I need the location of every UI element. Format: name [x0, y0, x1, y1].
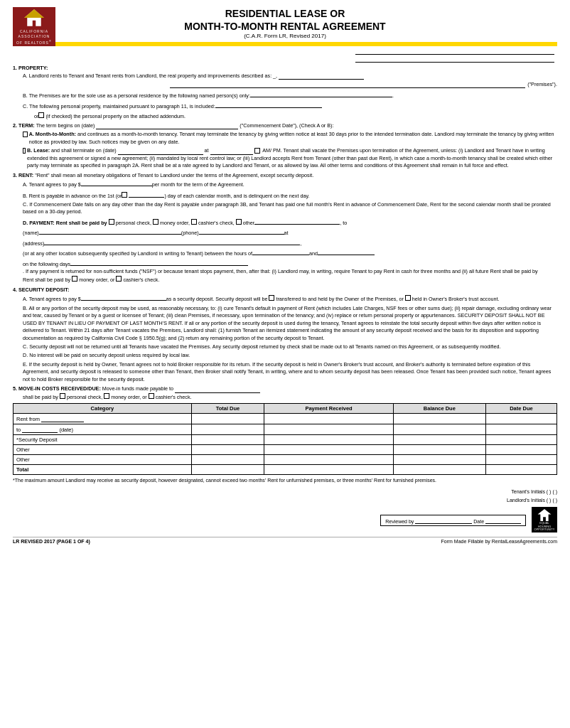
section-4c: C. Security deposit will not be returned… — [23, 343, 557, 350]
payee-phone-field[interactable] — [199, 228, 284, 235]
cell-payment-2[interactable] — [264, 424, 393, 435]
cell-total-6[interactable] — [191, 465, 264, 475]
landlords-initials: Landlord's Initials ( ) ( ) — [380, 497, 557, 504]
table-row: Rent from — [14, 414, 557, 424]
cell-date-2[interactable] — [485, 424, 556, 435]
cell-date-3[interactable] — [485, 435, 556, 445]
move-in-payable-field[interactable] — [175, 386, 260, 393]
document-title-line1: RESIDENTIAL LEASE OR — [13, 7, 557, 20]
landlord-field[interactable] — [355, 48, 554, 55]
hours-to-field[interactable] — [318, 248, 375, 255]
cell-balance-6[interactable] — [393, 465, 485, 475]
section-5-title-line: 5. MOVE-IN COSTS RECEIVED/DUE: Move-in f… — [13, 385, 557, 392]
cell-total-1[interactable] — [191, 414, 264, 424]
col-payment-received: Payment Received — [264, 404, 393, 414]
am-checkbox[interactable] — [254, 148, 260, 154]
title-area: RESIDENTIAL LEASE OR MONTH-TO-MONTH RENT… — [13, 7, 557, 39]
section-4-security-deposit: 4. SECURITY DEPOSIT: A. Tenant agrees to… — [13, 287, 557, 383]
cell-other-2: Other — [14, 455, 192, 465]
tenants-initials: Tenant's Initials ( ) ( ) — [380, 488, 557, 496]
rent-from-field[interactable] — [41, 415, 84, 422]
rent-to-field[interactable] — [22, 426, 58, 433]
personal-property-field[interactable] — [215, 101, 322, 108]
table-row: Other — [14, 445, 557, 455]
cell-total-4[interactable] — [191, 445, 264, 455]
rent-day-field[interactable] — [129, 191, 164, 198]
cell-date-4[interactable] — [485, 445, 556, 455]
personal-check-checkbox[interactable] — [109, 219, 114, 225]
footer-right: Tenant's Initials ( ) ( ) Landlord's Ini… — [380, 488, 557, 532]
cell-payment-1[interactable] — [264, 414, 393, 424]
premises-field-2[interactable] — [170, 81, 525, 88]
tenant-field[interactable] — [355, 55, 554, 63]
rent-amount-field[interactable] — [81, 179, 152, 186]
premises-field-1[interactable] — [279, 73, 364, 80]
lease-checkbox[interactable] — [23, 148, 26, 154]
section-3d: D. PAYMENT: Rent shall be paid by person… — [23, 218, 557, 284]
svg-marker-1 — [24, 9, 44, 18]
move-in-personal-check-checkbox[interactable] — [60, 393, 65, 399]
other-checkbox-3d[interactable] — [236, 219, 242, 225]
money-order-checkbox-nsf[interactable] — [72, 276, 77, 282]
transferred-checkbox[interactable] — [269, 295, 274, 301]
cell-total-3[interactable] — [191, 435, 264, 445]
security-deposit-amount-field[interactable] — [81, 294, 166, 301]
section-5-paid-line: shall be paid by personal check, money o… — [23, 393, 557, 401]
cashier-check-checkbox-3d[interactable] — [191, 219, 197, 225]
table-row: Other — [14, 455, 557, 465]
section-4e: E. If the security deposit is held by Ow… — [23, 361, 557, 383]
commencement-date-field[interactable] — [96, 122, 238, 129]
col-category: Category — [14, 404, 192, 414]
cell-payment-3[interactable] — [264, 435, 393, 445]
money-order-checkbox-3d[interactable] — [153, 219, 158, 225]
rent-day-checkbox[interactable] — [122, 192, 127, 198]
persons-field[interactable] — [250, 90, 392, 97]
cell-payment-5[interactable] — [264, 455, 393, 465]
addendum-checkbox[interactable] — [38, 112, 44, 118]
section-1a: A. Landlord rents to Tenant and Tenant r… — [23, 73, 557, 80]
cell-total-2[interactable] — [191, 424, 264, 435]
cell-balance-3[interactable] — [393, 435, 485, 445]
move-in-money-order-checkbox[interactable] — [104, 393, 109, 399]
reviewer-field[interactable] — [415, 517, 472, 524]
equal-housing-logo: EQUAL HOUSINGOPPORTUNITY — [532, 507, 557, 532]
premises-label: ("Premises"). — [527, 81, 557, 88]
section-3-rent: 3. RENT: "Rent" shall mean all monetary … — [13, 172, 557, 284]
cell-balance-2[interactable] — [393, 424, 485, 435]
cell-other-1: Other — [14, 445, 192, 455]
section-1-title: 1. PROPERTY: — [13, 65, 557, 72]
document-title-line3: (C.A.R. Form LR, Revised 2017) — [13, 33, 557, 39]
cashier-check-checkbox-nsf[interactable] — [116, 276, 122, 282]
cell-date-1[interactable] — [485, 414, 556, 424]
cell-balance-1[interactable] — [393, 414, 485, 424]
cell-date-5[interactable] — [485, 455, 556, 465]
month-to-month-checkbox[interactable] — [23, 132, 28, 137]
cell-balance-5[interactable] — [393, 455, 485, 465]
lease-end-time-field[interactable] — [210, 148, 253, 155]
cell-total-5[interactable] — [191, 455, 264, 465]
days-field[interactable] — [70, 259, 248, 266]
cell-balance-4[interactable] — [393, 445, 485, 455]
section-4-title: 4. SECURITY DEPOSIT: — [13, 287, 557, 294]
logo-text: CALIFORNIAASSOCIATIONOF REALTORS® — [16, 29, 52, 46]
premises-line: ("Premises"). — [13, 81, 557, 88]
payee-name-field[interactable] — [39, 228, 181, 235]
move-in-cashier-check-checkbox[interactable] — [149, 393, 154, 399]
section-3b: B. Rent is payable in advance on the 1st… — [23, 191, 557, 200]
page-footer-code: LR REVISED 2017 (PAGE 1 OF 4) — [13, 539, 90, 544]
move-in-table: Category Total Due Payment Received Bala… — [13, 403, 557, 475]
cell-payment-6[interactable] — [264, 465, 393, 475]
section-1c-or: or (if checked) the personal property on… — [34, 112, 557, 120]
cell-payment-4[interactable] — [264, 445, 393, 455]
payee-address-field[interactable] — [44, 238, 300, 245]
cell-date-6[interactable] — [485, 465, 556, 475]
col-total-due: Total Due — [191, 404, 264, 414]
other-payment-field[interactable] — [254, 218, 340, 225]
section-1c: C. The following personal property, main… — [23, 101, 557, 110]
review-date-field[interactable] — [485, 517, 521, 524]
hours-from-field[interactable] — [252, 248, 309, 255]
logo-area: CALIFORNIAASSOCIATIONOF REALTORS® — [13, 7, 55, 46]
lease-end-date-field[interactable] — [118, 148, 203, 155]
held-checkbox[interactable] — [405, 295, 411, 301]
security-deposit-footnote: *The maximum amount Landlord may receive… — [13, 477, 557, 484]
